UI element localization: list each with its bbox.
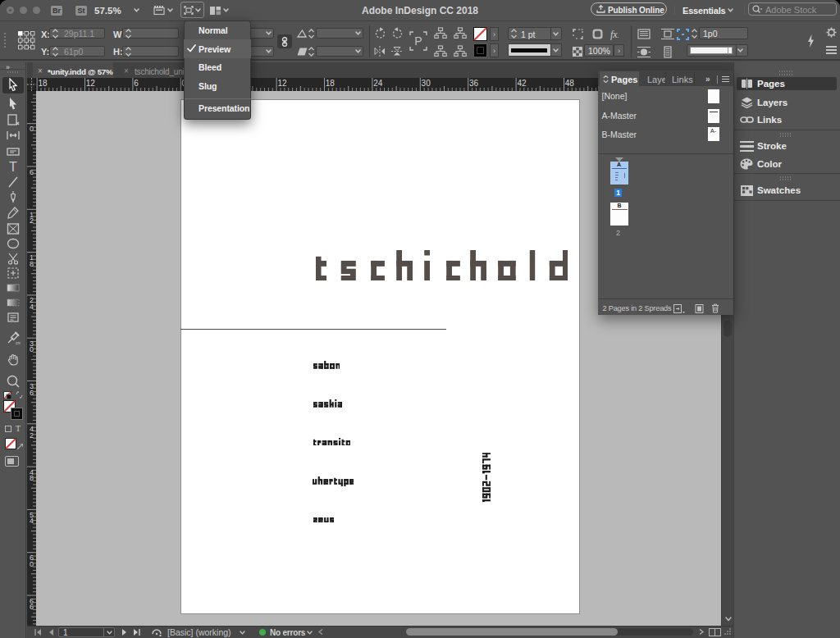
svg-text:cm: cm bbox=[16, 340, 21, 345]
svg-text:30: 30 bbox=[422, 79, 431, 88]
svg-text:6: 6 bbox=[134, 79, 139, 88]
svg-text:18: 18 bbox=[326, 79, 336, 88]
svg-text:6: 6 bbox=[30, 168, 34, 176]
svg-text:36: 36 bbox=[469, 79, 479, 88]
svg-text:48: 48 bbox=[565, 79, 575, 88]
svg-text:0: 0 bbox=[30, 125, 34, 133]
svg-text:12: 12 bbox=[86, 79, 96, 88]
svg-text:12: 12 bbox=[277, 79, 287, 88]
svg-text:24: 24 bbox=[373, 79, 383, 88]
svg-text:42: 42 bbox=[517, 79, 527, 88]
svg-text:P: P bbox=[414, 34, 422, 48]
svg-text:T: T bbox=[9, 160, 17, 174]
svg-text:18: 18 bbox=[38, 79, 48, 88]
